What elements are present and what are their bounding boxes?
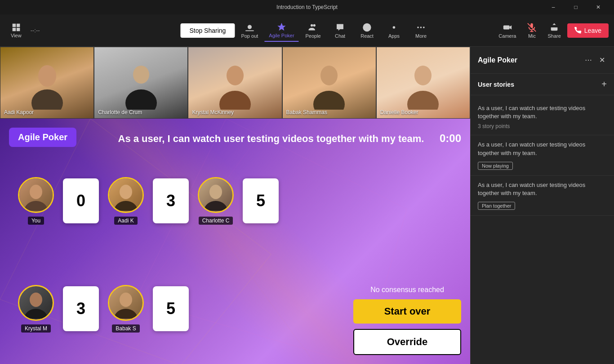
video-name-babak: Babak Shammas — [286, 109, 327, 115]
svg-point-29 — [407, 91, 439, 110]
close-button[interactable]: ✕ — [588, 0, 609, 14]
pop-out-label: Pop out — [241, 33, 258, 39]
player-you: You — [18, 177, 54, 225]
video-thumb-danielle: Danielle Booker — [376, 47, 470, 119]
user-stories-header: User stories + — [471, 74, 614, 95]
people-icon — [308, 22, 318, 32]
pop-out-button[interactable]: Pop out — [236, 20, 263, 41]
view-label: View — [11, 33, 22, 38]
toolbar-center: Stop Sharing Pop out Agile Poker People — [180, 19, 433, 42]
start-over-button[interactable]: Start over — [353, 299, 461, 324]
card-aadi: 3 — [153, 178, 189, 223]
leave-button[interactable]: Leave — [567, 23, 609, 38]
svg-point-40 — [30, 293, 42, 307]
story-text-3: As a user, I can watch user testing vide… — [478, 181, 607, 197]
share-icon — [549, 22, 559, 32]
svg-point-27 — [313, 91, 345, 110]
people-label: People — [305, 33, 320, 39]
story-points-1: 3 story points — [478, 123, 607, 129]
agile-poker-tab[interactable]: Agile Poker — [264, 19, 298, 42]
player-label-krystal: Krystal M — [21, 324, 51, 333]
svg-point-21 — [31, 89, 63, 110]
player-label-babak: Babak S — [112, 324, 139, 333]
svg-point-35 — [24, 201, 48, 211]
story-item-2[interactable]: As a user, I can watch user testing vide… — [471, 135, 614, 175]
toolbar-right: Camera Mic Share Leave — [494, 20, 609, 41]
svg-point-24 — [227, 66, 244, 85]
card-you: 0 — [63, 178, 99, 223]
svg-point-6 — [313, 24, 316, 27]
grid-icon — [12, 23, 21, 32]
share-button[interactable]: Share — [543, 20, 565, 41]
story-badge-plan-together: Plan together — [478, 202, 515, 210]
react-label: React — [360, 33, 374, 39]
panel-header-actions: ⋯ ✕ — [583, 54, 607, 66]
svg-point-7 — [363, 23, 371, 31]
svg-point-13 — [423, 27, 425, 28]
avatar-you — [18, 177, 54, 213]
minimize-button[interactable]: – — [543, 0, 564, 14]
svg-point-41 — [24, 309, 48, 319]
svg-rect-14 — [503, 25, 510, 29]
user-stories-title: User stories — [478, 81, 514, 88]
stop-sharing-button[interactable]: Stop Sharing — [180, 23, 235, 38]
mic-icon — [527, 22, 537, 32]
toolbar-left: View --:-- — [5, 20, 40, 41]
agile-poker-label: Agile Poker — [269, 33, 294, 38]
svg-point-12 — [420, 27, 422, 28]
story-text-1: As a user, I can watch user testing vide… — [478, 104, 607, 120]
avatar-aadi — [108, 177, 144, 213]
story-item-3[interactable]: As a user, I can watch user testing vide… — [471, 176, 614, 216]
more-icon — [416, 22, 426, 32]
leave-label: Leave — [584, 27, 601, 34]
override-button[interactable]: Override — [353, 329, 461, 355]
no-consensus-text: No consensus reached — [370, 286, 444, 294]
title-bar-controls: – □ ✕ — [543, 0, 609, 14]
toolbar: View --:-- Stop Sharing Pop out Agile Po… — [0, 14, 614, 47]
video-name-krystal: Krystal McKinney — [192, 109, 234, 115]
panel-title: Agile Poker — [478, 56, 517, 64]
svg-point-8 — [365, 26, 366, 27]
panel-more-button[interactable]: ⋯ — [583, 54, 594, 66]
react-button[interactable]: React — [355, 20, 380, 41]
player-krystal: Krystal M — [18, 285, 54, 333]
player-label-you: You — [28, 217, 44, 225]
more-button[interactable]: More — [409, 20, 434, 41]
card-krystal: 3 — [63, 286, 99, 331]
game-title-badge: Agile Poker — [9, 128, 76, 147]
video-thumb-aadi: Aadi Kapoor — [0, 47, 94, 119]
svg-point-11 — [417, 27, 419, 28]
share-label: Share — [547, 33, 561, 39]
add-story-button[interactable]: + — [601, 79, 607, 89]
avatar-krystal — [18, 285, 54, 321]
chat-label: Chat — [335, 33, 345, 39]
camera-button[interactable]: Camera — [494, 20, 521, 41]
svg-point-10 — [393, 26, 396, 29]
video-name-charlotte: Charlotte de Crum — [98, 109, 142, 115]
svg-point-23 — [125, 89, 157, 110]
people-button[interactable]: People — [301, 20, 326, 41]
chat-button[interactable]: Chat — [328, 20, 353, 41]
player-label-charlotte: Charlotte C — [199, 217, 233, 225]
maximize-button[interactable]: □ — [565, 0, 586, 14]
story-item-1[interactable]: As a user, I can watch user testing vide… — [471, 99, 614, 135]
left-panel: Aadi Kapoor Charlotte de Crum — [0, 47, 470, 364]
panel-close-button[interactable]: ✕ — [597, 54, 607, 66]
timer-display: --:-- — [31, 27, 40, 34]
view-button[interactable]: View — [5, 20, 27, 41]
right-panel: Agile Poker ⋯ ✕ User stories + As a user… — [470, 47, 614, 364]
mic-button[interactable]: Mic — [522, 20, 541, 41]
video-name-danielle: Danielle Booker — [380, 109, 418, 115]
player-babak: Babak S — [108, 285, 144, 333]
svg-point-39 — [204, 201, 227, 211]
svg-point-34 — [30, 185, 42, 199]
apps-button[interactable]: Apps — [382, 20, 407, 41]
svg-point-22 — [133, 66, 149, 84]
svg-point-4 — [248, 25, 252, 29]
player-charlotte: Charlotte C — [198, 177, 234, 225]
svg-point-28 — [414, 66, 432, 85]
apps-icon — [389, 22, 399, 32]
title-bar-title: Introduction to TypeScript — [276, 4, 338, 10]
react-icon — [362, 22, 372, 32]
video-name-aadi: Aadi Kapoor — [4, 109, 34, 115]
